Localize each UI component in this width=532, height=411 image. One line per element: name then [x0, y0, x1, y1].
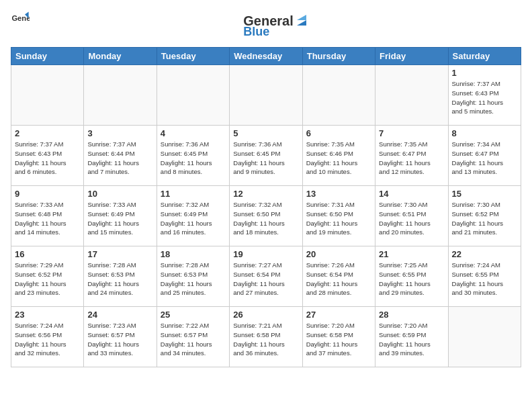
day-info: Sunrise: 7:36 AM Sunset: 6:45 PM Dayligh…	[233, 140, 298, 177]
day-number: 16	[15, 249, 80, 259]
calendar-cell: 16Sunrise: 7:29 AM Sunset: 6:52 PM Dayli…	[11, 246, 84, 307]
week-row-1: 1Sunrise: 7:37 AM Sunset: 6:43 PM Daylig…	[11, 65, 521, 126]
day-info: Sunrise: 7:37 AM Sunset: 6:43 PM Dayligh…	[15, 140, 80, 177]
day-info: Sunrise: 7:37 AM Sunset: 6:43 PM Dayligh…	[452, 79, 517, 116]
day-number: 8	[452, 128, 517, 138]
calendar-cell: 18Sunrise: 7:28 AM Sunset: 6:53 PM Dayli…	[157, 246, 229, 307]
calendar-cell: 15Sunrise: 7:30 AM Sunset: 6:52 PM Dayli…	[448, 186, 521, 246]
day-number: 12	[233, 189, 298, 199]
calendar-cell: 13Sunrise: 7:31 AM Sunset: 6:50 PM Dayli…	[302, 186, 375, 246]
calendar-cell: 22Sunrise: 7:24 AM Sunset: 6:55 PM Dayli…	[448, 246, 521, 307]
logo: General	[11, 11, 31, 30]
day-number: 6	[306, 128, 371, 138]
day-info: Sunrise: 7:28 AM Sunset: 6:53 PM Dayligh…	[161, 261, 226, 298]
logo-blue: Blue	[243, 25, 269, 39]
day-number: 10	[87, 189, 152, 199]
week-row-3: 9Sunrise: 7:33 AM Sunset: 6:48 PM Daylig…	[11, 186, 521, 246]
day-info: Sunrise: 7:35 AM Sunset: 6:47 PM Dayligh…	[379, 140, 444, 177]
day-info: Sunrise: 7:33 AM Sunset: 6:48 PM Dayligh…	[15, 200, 80, 237]
calendar-cell: 10Sunrise: 7:33 AM Sunset: 6:49 PM Dayli…	[84, 186, 157, 246]
day-number: 2	[15, 128, 80, 138]
day-info: Sunrise: 7:21 AM Sunset: 6:58 PM Dayligh…	[233, 321, 298, 358]
calendar-cell	[11, 65, 84, 126]
day-number: 11	[161, 189, 226, 199]
day-number: 15	[452, 189, 517, 199]
day-number: 5	[233, 128, 298, 138]
day-info: Sunrise: 7:20 AM Sunset: 6:59 PM Dayligh…	[379, 321, 444, 358]
day-info: Sunrise: 7:22 AM Sunset: 6:57 PM Dayligh…	[161, 321, 226, 358]
calendar: SundayMondayTuesdayWednesdayThursdayFrid…	[11, 47, 521, 367]
calendar-cell: 21Sunrise: 7:25 AM Sunset: 6:55 PM Dayli…	[375, 246, 448, 307]
day-info: Sunrise: 7:32 AM Sunset: 6:49 PM Dayligh…	[161, 200, 226, 237]
day-info: Sunrise: 7:36 AM Sunset: 6:45 PM Dayligh…	[161, 140, 226, 177]
calendar-cell: 5Sunrise: 7:36 AM Sunset: 6:45 PM Daylig…	[230, 126, 302, 186]
calendar-cell: 4Sunrise: 7:36 AM Sunset: 6:45 PM Daylig…	[157, 126, 229, 186]
calendar-cell: 27Sunrise: 7:20 AM Sunset: 6:58 PM Dayli…	[302, 307, 375, 367]
calendar-cell	[448, 307, 521, 367]
day-info: Sunrise: 7:31 AM Sunset: 6:50 PM Dayligh…	[306, 200, 371, 237]
svg-marker-2	[297, 15, 306, 20]
day-number: 17	[87, 249, 152, 259]
calendar-cell: 2Sunrise: 7:37 AM Sunset: 6:43 PM Daylig…	[11, 126, 84, 186]
calendar-cell: 11Sunrise: 7:32 AM Sunset: 6:49 PM Dayli…	[157, 186, 229, 246]
calendar-cell: 7Sunrise: 7:35 AM Sunset: 6:47 PM Daylig…	[375, 126, 448, 186]
day-info: Sunrise: 7:34 AM Sunset: 6:47 PM Dayligh…	[452, 140, 517, 177]
weekday-header-row: SundayMondayTuesdayWednesdayThursdayFrid…	[11, 48, 521, 65]
calendar-cell: 14Sunrise: 7:30 AM Sunset: 6:51 PM Dayli…	[375, 186, 448, 246]
calendar-cell: 26Sunrise: 7:21 AM Sunset: 6:58 PM Dayli…	[230, 307, 302, 367]
calendar-cell	[84, 65, 157, 126]
logo-arrow-icon	[294, 13, 309, 28]
day-number: 9	[15, 189, 80, 199]
calendar-cell: 9Sunrise: 7:33 AM Sunset: 6:48 PM Daylig…	[11, 186, 84, 246]
day-number: 27	[306, 310, 371, 320]
logo-text: General Blue	[243, 13, 308, 39]
day-info: Sunrise: 7:27 AM Sunset: 6:54 PM Dayligh…	[233, 261, 298, 298]
day-number: 3	[87, 128, 152, 138]
calendar-cell: 23Sunrise: 7:24 AM Sunset: 6:56 PM Dayli…	[11, 307, 84, 367]
day-info: Sunrise: 7:24 AM Sunset: 6:56 PM Dayligh…	[15, 321, 80, 358]
day-number: 21	[379, 249, 444, 259]
weekday-header-friday: Friday	[375, 48, 448, 65]
calendar-cell: 17Sunrise: 7:28 AM Sunset: 6:53 PM Dayli…	[84, 246, 157, 307]
day-number: 23	[15, 310, 80, 320]
day-number: 19	[233, 249, 298, 259]
day-info: Sunrise: 7:32 AM Sunset: 6:50 PM Dayligh…	[233, 200, 298, 237]
week-row-5: 23Sunrise: 7:24 AM Sunset: 6:56 PM Dayli…	[11, 307, 521, 367]
day-info: Sunrise: 7:37 AM Sunset: 6:44 PM Dayligh…	[87, 140, 152, 177]
weekday-header-sunday: Sunday	[11, 48, 84, 65]
day-number: 1	[452, 68, 517, 78]
day-info: Sunrise: 7:26 AM Sunset: 6:54 PM Dayligh…	[306, 261, 371, 298]
calendar-cell: 19Sunrise: 7:27 AM Sunset: 6:54 PM Dayli…	[230, 246, 302, 307]
logo-icon: General	[11, 11, 30, 30]
day-info: Sunrise: 7:20 AM Sunset: 6:58 PM Dayligh…	[306, 321, 371, 358]
day-number: 4	[161, 128, 226, 138]
day-number: 22	[452, 249, 517, 259]
day-info: Sunrise: 7:33 AM Sunset: 6:49 PM Dayligh…	[87, 200, 152, 237]
svg-marker-1	[297, 20, 306, 26]
day-number: 28	[379, 310, 444, 320]
day-number: 26	[233, 310, 298, 320]
day-number: 25	[161, 310, 226, 320]
day-number: 7	[379, 128, 444, 138]
weekday-header-tuesday: Tuesday	[157, 48, 229, 65]
calendar-cell	[230, 65, 302, 126]
week-row-2: 2Sunrise: 7:37 AM Sunset: 6:43 PM Daylig…	[11, 126, 521, 186]
day-info: Sunrise: 7:25 AM Sunset: 6:55 PM Dayligh…	[379, 261, 444, 298]
day-number: 14	[379, 189, 444, 199]
calendar-cell: 3Sunrise: 7:37 AM Sunset: 6:44 PM Daylig…	[84, 126, 157, 186]
calendar-cell: 25Sunrise: 7:22 AM Sunset: 6:57 PM Dayli…	[157, 307, 229, 367]
week-row-4: 16Sunrise: 7:29 AM Sunset: 6:52 PM Dayli…	[11, 246, 521, 307]
day-info: Sunrise: 7:29 AM Sunset: 6:52 PM Dayligh…	[15, 261, 80, 298]
calendar-cell: 24Sunrise: 7:23 AM Sunset: 6:57 PM Dayli…	[84, 307, 157, 367]
day-number: 20	[306, 249, 371, 259]
calendar-cell: 20Sunrise: 7:26 AM Sunset: 6:54 PM Dayli…	[302, 246, 375, 307]
day-info: Sunrise: 7:23 AM Sunset: 6:57 PM Dayligh…	[87, 321, 152, 358]
day-info: Sunrise: 7:24 AM Sunset: 6:55 PM Dayligh…	[452, 261, 517, 298]
day-info: Sunrise: 7:35 AM Sunset: 6:46 PM Dayligh…	[306, 140, 371, 177]
day-number: 18	[161, 249, 226, 259]
calendar-cell	[157, 65, 229, 126]
calendar-cell: 12Sunrise: 7:32 AM Sunset: 6:50 PM Dayli…	[230, 186, 302, 246]
weekday-header-monday: Monday	[84, 48, 157, 65]
day-number: 24	[87, 310, 152, 320]
calendar-cell	[375, 65, 448, 126]
